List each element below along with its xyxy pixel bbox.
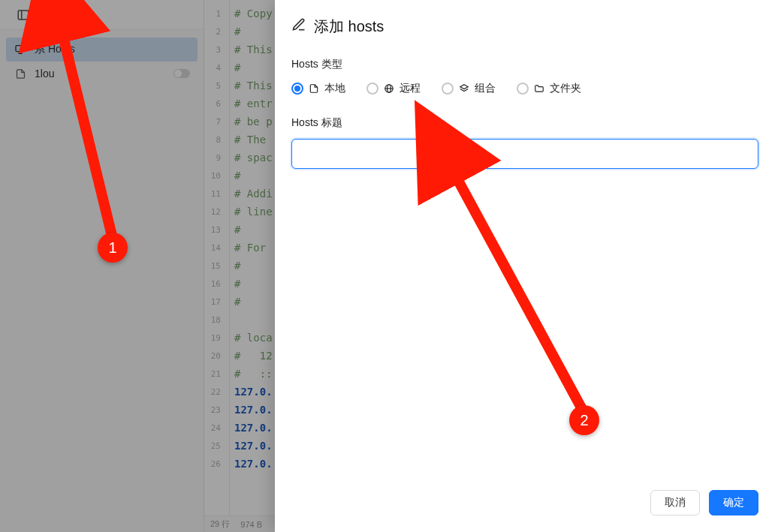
radio-label: 本地 (324, 82, 345, 95)
drawer-title-text: 添加 hosts (314, 17, 384, 37)
hosts-type-label: Hosts 类型 (291, 58, 758, 71)
radio-group[interactable]: 组合 (442, 82, 496, 95)
radio-label: 远程 (400, 82, 421, 95)
radio-folder[interactable]: 文件夹 (517, 82, 581, 95)
radio-indicator (442, 83, 454, 95)
radio-label: 文件夹 (550, 82, 581, 95)
radio-indicator (517, 83, 529, 95)
hosts-title-input[interactable] (291, 139, 758, 169)
edit-icon (291, 17, 306, 36)
hosts-title-label: Hosts 标题 (291, 116, 758, 130)
cancel-button[interactable]: 取消 (650, 490, 700, 515)
radio-local[interactable]: 本地 (291, 82, 345, 95)
radio-indicator (291, 83, 303, 95)
add-hosts-drawer: 添加 hosts Hosts 类型 本地 远程 (275, 0, 775, 532)
radio-remote[interactable]: 远程 (366, 82, 421, 95)
globe-icon (383, 83, 395, 94)
file-icon (308, 83, 320, 94)
radio-indicator (366, 83, 378, 95)
stack-icon (458, 83, 470, 94)
radio-label: 组合 (475, 82, 496, 95)
hosts-type-radio-group: 本地 远程 组合 文件夹 (291, 82, 758, 95)
svg-marker-10 (460, 85, 469, 89)
drawer-title: 添加 hosts (291, 17, 758, 37)
drawer-footer: 取消 确定 (650, 490, 758, 515)
ok-button[interactable]: 确定 (709, 490, 758, 515)
folder-icon (533, 83, 545, 94)
